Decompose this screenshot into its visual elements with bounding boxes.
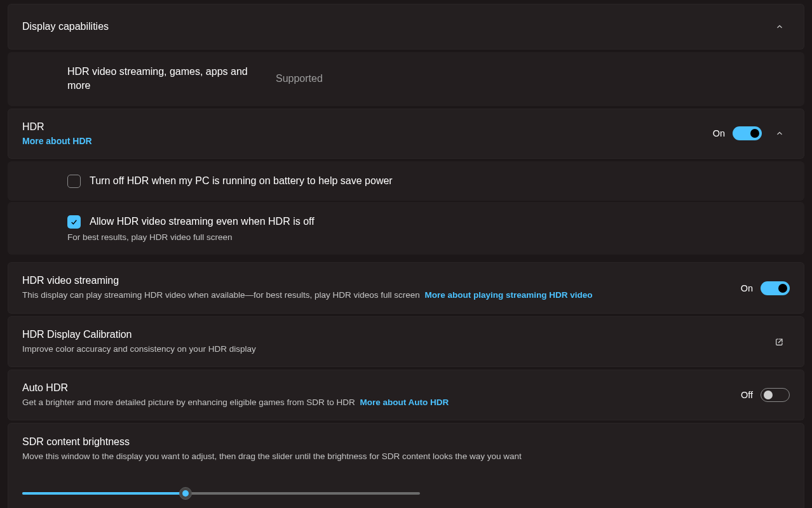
sdr-brightness-subtitle: Move this window to the display you want… (22, 450, 790, 463)
hdr-toggle: On (713, 126, 762, 140)
sdr-brightness-header: SDR content brightness Move this window … (8, 424, 804, 468)
auto-hdr-subtitle: Get a brighter and more detailed picture… (22, 396, 741, 409)
more-about-streaming-link[interactable]: More about playing streaming HDR video (425, 290, 593, 300)
calibration-title: HDR Display Calibration (22, 328, 769, 342)
hdr-toggle-label: On (713, 128, 725, 138)
sdr-brightness-slider[interactable] (22, 487, 420, 500)
sdr-brightness-card: SDR content brightness Move this window … (8, 423, 804, 508)
auto-hdr-toggle: Off (741, 388, 790, 402)
calibration-card[interactable]: HDR Display Calibration Improve color ac… (8, 316, 804, 367)
battery-checkbox-label: Turn off HDR when my PC is running on ba… (90, 174, 393, 188)
more-about-hdr-link[interactable]: More about HDR (22, 136, 92, 146)
hdr-title: HDR (22, 121, 713, 134)
streaming-checkbox[interactable] (67, 215, 81, 229)
streaming-checkbox-hint: For best results, play HDR video full sc… (67, 232, 792, 242)
slider-thumb[interactable] (179, 487, 192, 500)
sdr-slider-wrap (8, 487, 804, 508)
calibration-header: HDR Display Calibration Improve color ac… (8, 317, 804, 366)
calibration-subtitle: Improve color accuracy and consistency o… (22, 343, 769, 356)
hdr-header[interactable]: HDR More about HDR On (8, 109, 804, 158)
external-link-icon[interactable] (769, 331, 790, 352)
slider-fill (22, 492, 186, 495)
hdr-video-streaming-header: HDR video streaming This display can pla… (8, 263, 804, 312)
capability-row: HDR video streaming, games, apps and mor… (8, 52, 804, 106)
hdr-video-toggle: On (741, 281, 790, 295)
hdr-card: HDR More about HDR On (8, 109, 804, 159)
sdr-brightness-title: SDR content brightness (22, 436, 790, 449)
hdr-video-toggle-label: On (741, 283, 753, 293)
auto-hdr-switch[interactable] (761, 388, 790, 402)
hdr-video-switch[interactable] (761, 281, 790, 295)
streaming-checkbox-row: Allow HDR video streaming even when HDR … (8, 202, 804, 255)
battery-checkbox-row: Turn off HDR when my PC is running on ba… (8, 161, 804, 201)
chevron-up-icon[interactable] (769, 123, 790, 144)
chevron-up-icon[interactable] (769, 17, 790, 37)
hdr-switch[interactable] (733, 126, 762, 140)
display-capabilities-header[interactable]: Display capabilities (8, 4, 804, 49)
auto-hdr-card: Auto HDR Get a brighter and more detaile… (8, 370, 804, 420)
auto-hdr-title: Auto HDR (22, 382, 741, 395)
hdr-video-streaming-title: HDR video streaming (22, 274, 741, 288)
capability-value: Supported (276, 73, 323, 84)
hdr-video-streaming-card: HDR video streaming This display can pla… (8, 262, 804, 313)
auto-hdr-toggle-label: Off (741, 390, 753, 400)
hdr-video-streaming-subtitle: This display can play streaming HDR vide… (22, 289, 741, 302)
hdr-sub-list: Turn off HDR when my PC is running on ba… (8, 161, 804, 255)
more-about-auto-hdr-link[interactable]: More about Auto HDR (360, 398, 449, 407)
display-capabilities-title: Display capabilities (22, 20, 762, 34)
auto-hdr-header: Auto HDR Get a brighter and more detaile… (8, 370, 804, 420)
capability-label: HDR video streaming, games, apps and mor… (67, 65, 258, 93)
battery-checkbox[interactable] (67, 175, 81, 188)
streaming-checkbox-label: Allow HDR video streaming even when HDR … (90, 215, 315, 229)
display-capabilities-card: Display capabilities (8, 4, 804, 50)
